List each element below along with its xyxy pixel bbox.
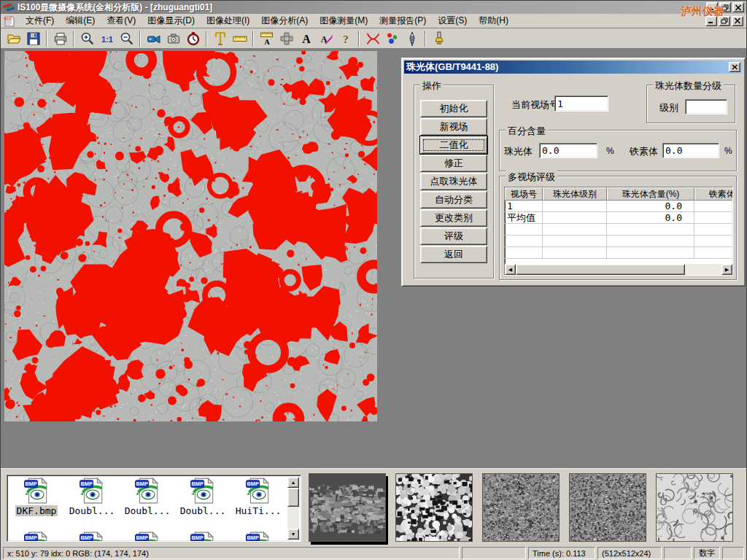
- rating-table[interactable]: 视场号珠光体级别珠光体含量(%)铁素体含量(%)10.0平均值0.0◀▶: [504, 187, 733, 276]
- menu-item-view[interactable]: 查看(V): [101, 13, 142, 28]
- menu-bar: DOC 文件(F)编辑(E)查看(V)图像显示(D)图像处理(I)图像分析(A)…: [1, 14, 746, 28]
- file-item-partial[interactable]: BMP: [231, 531, 286, 542]
- menu-item-measure-report[interactable]: 测量报告(P): [374, 13, 432, 28]
- text-icon[interactable]: A: [297, 30, 315, 47]
- table-hscrollbar[interactable]: ◀▶: [505, 264, 732, 275]
- brush-icon[interactable]: [430, 30, 448, 47]
- svg-text:A: A: [264, 38, 270, 46]
- minimize-button[interactable]: [706, 2, 718, 12]
- file-item-partial[interactable]: BMP: [64, 531, 120, 542]
- bmp-file-icon: BMP: [79, 531, 105, 542]
- title-bar[interactable]: IS100显微摄像系统(金相分析版) - [zhuguangti01]: [1, 1, 746, 14]
- close-button[interactable]: [732, 2, 744, 12]
- dialog-close-button[interactable]: [729, 62, 740, 72]
- zoom-out-icon[interactable]: [117, 30, 136, 47]
- camera-icon[interactable]: [164, 30, 182, 47]
- table-row[interactable]: [505, 236, 732, 247]
- table-header-0[interactable]: 视场号: [505, 187, 543, 201]
- child-restore-button[interactable]: [719, 16, 730, 26]
- thumbnail-4[interactable]: [569, 473, 646, 542]
- file-browser-scrollbar[interactable]: ▲ ▼: [287, 477, 299, 540]
- menu-item-help[interactable]: 帮助(H): [473, 13, 514, 28]
- op-button-new-field[interactable]: 新视场: [420, 118, 487, 136]
- pen-icon[interactable]: [403, 30, 421, 47]
- menu-item-image-process[interactable]: 图像处理(I): [201, 13, 255, 28]
- save-icon[interactable]: [24, 30, 42, 47]
- file-item[interactable]: BMPDoubl...: [120, 477, 175, 528]
- op-button-correct[interactable]: 修正: [420, 155, 487, 172]
- ferrite-percent-input[interactable]: [662, 143, 719, 158]
- thumbnail-5[interactable]: [656, 473, 733, 542]
- table-row[interactable]: [505, 224, 732, 236]
- op-button-initialize[interactable]: 初始化: [420, 100, 487, 117]
- restore-button[interactable]: [719, 2, 731, 12]
- scroll-down-button[interactable]: ▼: [287, 529, 299, 540]
- toolbar-separator: [358, 31, 360, 47]
- scroll-up-button[interactable]: ▲: [287, 477, 299, 488]
- file-item[interactable]: BMPDoubl...: [175, 477, 231, 528]
- zoom-in-icon[interactable]: [78, 30, 96, 47]
- op-button-pick-pearlite[interactable]: 点取珠光体: [420, 173, 487, 190]
- op-button-rate[interactable]: 评级: [420, 228, 487, 245]
- dialog-title-bar[interactable]: 珠光体(GB/T9441-88): [404, 61, 743, 74]
- file-item-partial[interactable]: BMP: [120, 531, 175, 542]
- svg-text:BMP: BMP: [191, 481, 203, 487]
- menu-item-image-analysis[interactable]: 图像分析(A): [255, 13, 314, 28]
- file-item-partial[interactable]: BMP: [175, 531, 231, 542]
- ruler-icon[interactable]: [231, 30, 249, 47]
- video-capture-icon[interactable]: [144, 30, 163, 47]
- table-row[interactable]: [505, 247, 732, 259]
- child-minimize-button[interactable]: [705, 16, 717, 26]
- timer-icon[interactable]: [184, 30, 202, 47]
- multi-field-group-label: 多视场评级: [506, 171, 557, 184]
- file-item-partial[interactable]: BMP: [9, 531, 64, 542]
- table-header-2[interactable]: 珠光体含量(%): [607, 187, 694, 201]
- thumbnail-2[interactable]: [395, 473, 473, 542]
- scroll-right-button[interactable]: ▶: [721, 264, 732, 275]
- menu-item-file[interactable]: 文件(F): [20, 13, 60, 28]
- status-spacer-1: [462, 547, 526, 559]
- svg-text:DOC: DOC: [4, 17, 12, 20]
- scroll-thumb[interactable]: [516, 264, 685, 275]
- menu-item-settings[interactable]: 设置(S): [432, 13, 473, 28]
- measure-text-icon[interactable]: A: [258, 30, 276, 47]
- print-icon[interactable]: [51, 30, 69, 47]
- document-icon[interactable]: DOC: [4, 15, 15, 27]
- thumbnail-3[interactable]: [482, 473, 560, 542]
- caliper-icon[interactable]: [211, 30, 229, 47]
- child-close-button[interactable]: [732, 16, 743, 26]
- table-row[interactable]: 10.0: [505, 201, 732, 212]
- grade-input[interactable]: [685, 99, 727, 114]
- op-button-binarize[interactable]: 二值化: [420, 136, 487, 154]
- scroll-track[interactable]: [685, 264, 721, 275]
- pearlite-dialog: 珠光体(GB/T9441-88) 操作 初始化新视场二值化修正点取珠光体自动分类…: [401, 58, 746, 287]
- menu-item-image-measure[interactable]: 图像测量(M): [314, 13, 374, 28]
- table-header-3[interactable]: 铁素体含量(%): [694, 187, 733, 201]
- thumbnail-1[interactable]: [309, 473, 386, 542]
- file-item[interactable]: BMPDKF.bmp: [9, 477, 64, 528]
- menu-item-edit[interactable]: 编辑(E): [60, 13, 101, 28]
- file-item[interactable]: BMPHuiTi...: [231, 477, 286, 528]
- help-icon[interactable]: ?: [336, 30, 355, 47]
- particles-icon[interactable]: [383, 30, 401, 47]
- op-button-change-class[interactable]: 更改类别: [420, 209, 487, 227]
- workspace: 珠光体(GB/T9441-88) 操作 初始化新视场二值化修正点取珠光体自动分类…: [1, 49, 746, 468]
- bmp-file-icon: BMP: [190, 477, 216, 505]
- menu-item-image-display[interactable]: 图像显示(D): [142, 13, 201, 28]
- actual-size-icon[interactable]: 1:1: [98, 30, 116, 47]
- bmp-file-icon: BMP: [134, 531, 160, 542]
- table-header-1[interactable]: 珠光体级别: [543, 187, 607, 201]
- current-field-input[interactable]: [554, 96, 608, 112]
- curve-cut-icon[interactable]: [363, 30, 382, 47]
- op-button-return[interactable]: 返回: [420, 246, 487, 263]
- scroll-thumb[interactable]: [287, 488, 299, 507]
- micrograph-image[interactable]: [4, 51, 377, 421]
- grid-icon[interactable]: [277, 30, 295, 47]
- open-icon[interactable]: [4, 30, 23, 47]
- file-item[interactable]: BMPDoubl...: [64, 477, 120, 528]
- scroll-left-button[interactable]: ◀: [505, 264, 516, 275]
- pearlite-percent-input[interactable]: [539, 143, 597, 158]
- table-row[interactable]: 平均值0.0: [505, 212, 732, 224]
- op-button-auto-classify[interactable]: 自动分类: [420, 191, 487, 209]
- annotate-icon[interactable]: A: [317, 30, 335, 47]
